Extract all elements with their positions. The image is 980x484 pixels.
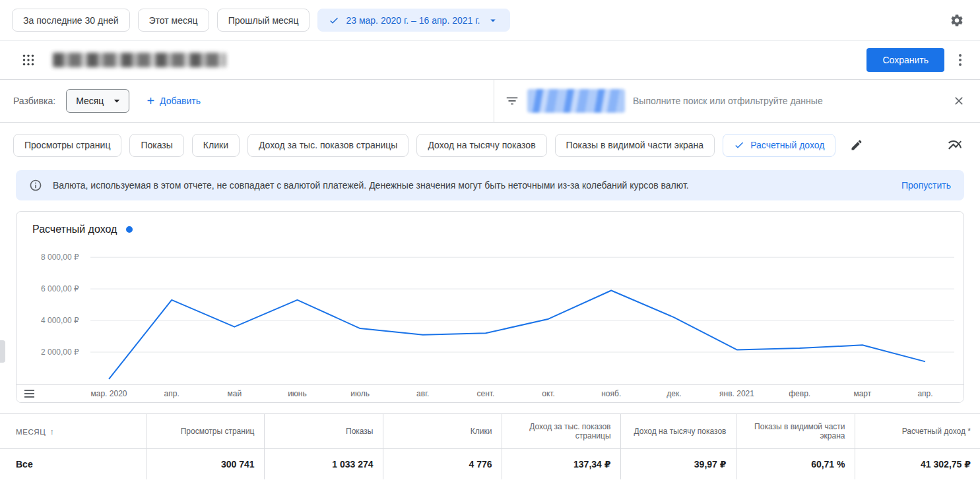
close-icon <box>952 94 965 107</box>
report-header: Сохранить <box>0 41 980 79</box>
column-header-label: Доход за тыс. показов страницы <box>529 422 610 440</box>
x-axis-label: апр. <box>917 389 932 398</box>
apps-grid-button[interactable] <box>18 50 38 70</box>
column-header-label: Расчетный доход * <box>902 427 971 436</box>
column-header[interactable]: Доход на тысячу показов <box>620 414 736 449</box>
info-icon <box>29 179 42 192</box>
controls-row: Разбивка: Месяц + Добавить <box>0 79 980 123</box>
x-axis-label: июль <box>350 389 370 398</box>
add-breakdown-button[interactable]: + Добавить <box>147 95 201 107</box>
metric-chip[interactable]: Просмотры страниц <box>13 134 121 157</box>
chart-type-button[interactable] <box>943 133 967 157</box>
sort-ascending-icon: ↑ <box>49 427 54 437</box>
x-axis-label: мар. 2020 <box>91 389 127 398</box>
clear-filter-button[interactable] <box>948 90 969 111</box>
save-button[interactable]: Сохранить <box>866 48 944 72</box>
metric-chip[interactable]: Показы <box>129 134 183 157</box>
metric-chip-selected[interactable]: Расчетный доход <box>723 134 835 157</box>
date-preset-chips: За последние 30 днейЭтот месяцПрошлый ме… <box>12 9 310 32</box>
column-header-label: Клики <box>471 427 492 436</box>
search-input[interactable] <box>633 96 940 106</box>
metric-chip[interactable]: Доход на тысячу показов <box>416 134 546 157</box>
adsense-report-page: За последние 30 днейЭтот месяцПрошлый ме… <box>0 0 980 479</box>
date-preset-chip[interactable]: Прошлый месяц <box>217 9 310 32</box>
column-header[interactable]: Расчетный доход * <box>855 414 980 449</box>
column-header[interactable]: Показы <box>264 414 383 449</box>
column-header-label: Показы в видимой части экрана <box>754 422 845 440</box>
x-axis-label: июнь <box>288 389 307 398</box>
metric-chip[interactable]: Доход за тыс. показов страницы <box>247 134 408 157</box>
metric-chips-row: Просмотры страницПоказыКликиДоход за тыс… <box>0 123 980 167</box>
x-axis-label: сент. <box>477 389 495 398</box>
filter-icon <box>505 94 519 108</box>
y-axis-label: 4 000,00 ₽ <box>41 316 79 325</box>
chevron-down-icon <box>487 15 499 26</box>
x-axis-label: март <box>853 389 871 398</box>
report-table: МЕСЯЦ↑Просмотры страницПоказыКликиДоход … <box>0 413 980 479</box>
x-axis-label: дек. <box>667 389 681 398</box>
x-axis-label: нояб. <box>601 389 621 398</box>
breakdown-select[interactable]: Месяц <box>66 89 129 113</box>
date-range-label: 23 мар. 2020 г. – 16 апр. 2021 г. <box>346 15 480 26</box>
table-header-row: МЕСЯЦ↑Просмотры страницПоказыКликиДоход … <box>0 414 980 449</box>
table-row: Все300 7411 033 2744 776137,34 ₽39,97 ₽6… <box>0 449 980 480</box>
column-header[interactable]: Клики <box>383 414 502 449</box>
chevron-down-icon <box>110 94 123 107</box>
column-header[interactable]: Показы в видимой части экрана <box>736 414 855 449</box>
redacted-report-title <box>53 53 226 67</box>
metric-chip[interactable]: Показы в видимой части экрана <box>555 134 715 157</box>
x-axis-label: янв. 2021 <box>719 389 754 398</box>
apps-grid-icon <box>22 54 34 66</box>
menu-icon[interactable] <box>24 390 34 398</box>
edit-metrics-button[interactable] <box>846 135 867 156</box>
dismiss-banner-button[interactable]: Пропустить <box>901 180 951 191</box>
currency-warning-banner: Валюта, используемая в этом отчете, не с… <box>16 170 964 200</box>
check-icon <box>734 140 744 150</box>
breakdown-label: Разбивка: <box>13 96 55 106</box>
vertical-scrollbar-thumb[interactable] <box>0 340 5 363</box>
gear-icon <box>950 13 964 28</box>
series-legend-dot <box>126 226 133 233</box>
table-cell: 137,34 ₽ <box>502 449 620 480</box>
column-header-label: МЕСЯЦ <box>16 428 46 436</box>
edit-icon <box>850 138 863 152</box>
x-axis-label: авг. <box>416 389 429 398</box>
column-header[interactable]: Просмотры страниц <box>147 414 264 449</box>
column-header-label: Доход на тысячу показов <box>634 427 727 436</box>
redacted-filter-chip[interactable] <box>527 89 625 113</box>
x-axis-label: май <box>227 389 242 398</box>
table-body: Все300 7411 033 2744 776137,34 ₽39,97 ₽6… <box>0 449 980 480</box>
check-icon <box>329 15 339 26</box>
date-range-toolbar: За последние 30 днейЭтот месяцПрошлый ме… <box>0 0 980 41</box>
y-axis-label: 6 000,00 ₽ <box>41 284 79 293</box>
column-header[interactable]: Доход за тыс. показов страницы <box>502 414 620 449</box>
column-header-label: Показы <box>346 427 373 436</box>
settings-button[interactable] <box>946 9 968 32</box>
chart-title: Расчетный доход <box>32 224 117 235</box>
more-options-button[interactable] <box>955 50 965 70</box>
banner-text: Валюта, используемая в этом отчете, не с… <box>53 180 689 191</box>
table-cell: 300 741 <box>147 449 264 480</box>
add-breakdown-label: Добавить <box>160 96 201 106</box>
y-axis-label: 8 000,00 ₽ <box>41 253 79 262</box>
kebab-icon <box>959 54 962 66</box>
date-preset-chip[interactable]: Этот месяц <box>138 9 209 32</box>
line-series <box>109 291 925 379</box>
metric-chip[interactable]: Клики <box>192 134 240 157</box>
table-cell: 1 033 274 <box>264 449 383 480</box>
date-preset-chip[interactable]: За последние 30 дней <box>12 9 130 32</box>
breakdown-value: Месяц <box>76 96 104 106</box>
table-cell: 39,97 ₽ <box>620 449 736 480</box>
table-cell: 60,71 % <box>736 449 855 480</box>
column-header[interactable]: МЕСЯЦ↑ <box>0 414 147 449</box>
y-axis-label: 2 000,00 ₽ <box>41 348 79 357</box>
date-range-chip[interactable]: 23 мар. 2020 г. – 16 апр. 2021 г. <box>317 9 509 32</box>
metric-chip-label: Расчетный доход <box>750 140 824 150</box>
revenue-line-chart: 2 000,00 ₽4 000,00 ₽6 000,00 ₽8 000,00 ₽ <box>16 238 964 384</box>
chart-title-row: Расчетный доход <box>16 212 964 238</box>
chart-card: Расчетный доход 2 000,00 ₽4 000,00 ₽6 00… <box>16 211 964 403</box>
table-cell: 41 302,75 ₽ <box>855 449 980 480</box>
x-axis-label: февр. <box>789 389 810 398</box>
x-axis-label: апр. <box>164 389 180 398</box>
x-axis-label: окт. <box>542 389 555 398</box>
